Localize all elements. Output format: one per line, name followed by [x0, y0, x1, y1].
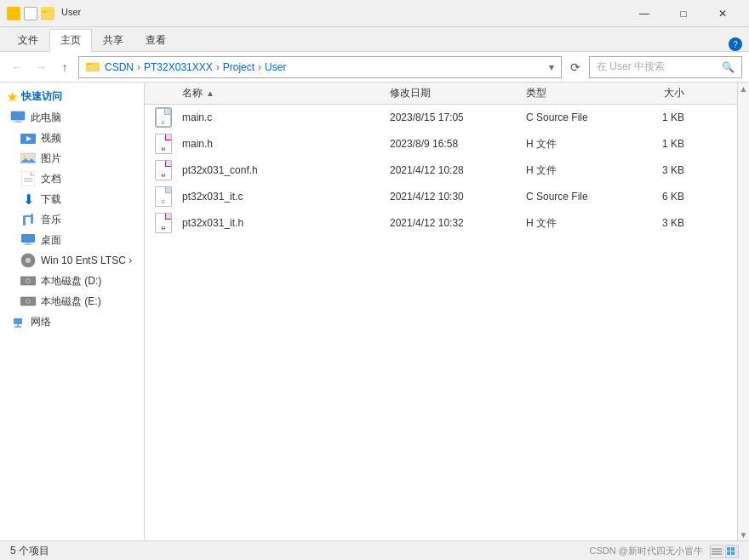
- forward-button[interactable]: →: [31, 57, 51, 77]
- svg-point-23: [26, 258, 31, 263]
- col-header-date[interactable]: 修改日期: [383, 86, 519, 100]
- sidebar-item-videos[interactable]: 视频: [0, 128, 144, 148]
- path-dropdown-icon[interactable]: ▾: [549, 61, 554, 73]
- disk-d-label: 本地磁盘 (D:): [41, 274, 101, 289]
- videos-label: 视频: [41, 131, 61, 146]
- star-icon: ★: [7, 90, 18, 104]
- sidebar-item-pictures[interactable]: 图片: [0, 148, 144, 169]
- help-button[interactable]: ?: [729, 37, 742, 51]
- svg-rect-3: [86, 63, 92, 65]
- pc-icon: [10, 110, 26, 125]
- svg-point-10: [23, 155, 26, 158]
- address-bar: ← → ↑ CSDN › PT32X031XXX › Project › Use…: [0, 52, 749, 83]
- svg-rect-21: [24, 244, 32, 245]
- videos-icon: [20, 130, 36, 146]
- ribbon-tabs: 文件 主页 共享 查看 ?: [7, 27, 742, 51]
- search-box[interactable]: 在 User 中搜索 🔍: [589, 56, 742, 78]
- address-path[interactable]: CSDN › PT32X031XXX › Project › User ▾: [78, 56, 562, 78]
- disk-e-icon: [20, 294, 36, 309]
- title-bar: User — □ ✕: [0, 0, 749, 27]
- back-button[interactable]: ←: [7, 57, 27, 77]
- sidebar: ★ 快速访问 此电脑 视频 图片: [0, 83, 145, 540]
- path-segment-project-folder: PT32X031XXX: [144, 61, 213, 73]
- win10-label: Win 10 EntS LTSC ›: [41, 254, 132, 266]
- svg-rect-1: [42, 11, 47, 13]
- table-row[interactable]: H main.h 2023/8/9 16:58 H 文件 1 KB: [145, 131, 737, 157]
- svg-rect-39: [731, 551, 735, 555]
- svg-rect-38: [727, 551, 730, 555]
- tab-home[interactable]: 主页: [49, 29, 92, 52]
- search-placeholder: 在 User 中搜索: [597, 60, 665, 74]
- detail-view-btn[interactable]: [725, 545, 739, 558]
- right-scrollbar[interactable]: ▲ ▼: [737, 83, 749, 540]
- tb-icon-1: [7, 7, 20, 20]
- table-row[interactable]: C main.c 2023/8/15 17:05 C Source File 1…: [145, 105, 737, 131]
- tab-file[interactable]: 文件: [7, 29, 49, 51]
- file-type-3: C Source File: [519, 191, 630, 203]
- sidebar-item-music[interactable]: 音乐: [0, 209, 144, 230]
- svg-rect-36: [727, 547, 730, 551]
- file-icon-1: H: [145, 134, 182, 154]
- path-segment-csdn: CSDN: [105, 61, 134, 73]
- sidebar-item-thispc[interactable]: 此电脑: [0, 107, 144, 128]
- pictures-label: 图片: [41, 151, 61, 166]
- svg-rect-5: [15, 120, 20, 122]
- table-row[interactable]: C pt32x031_it.c 2021/4/12 10:30 C Source…: [145, 184, 737, 210]
- documents-label: 文档: [41, 172, 61, 186]
- network-icon: [10, 314, 26, 329]
- ribbon: 文件 主页 共享 查看 ?: [0, 27, 749, 52]
- file-date-4: 2021/4/12 10:32: [383, 217, 519, 229]
- sidebar-quick-access-header[interactable]: ★ 快速访问: [0, 86, 144, 107]
- svg-rect-17: [31, 214, 33, 224]
- scroll-track: [738, 94, 749, 529]
- up-button[interactable]: ↑: [54, 57, 75, 77]
- sidebar-item-disk-e[interactable]: 本地磁盘 (E:): [0, 291, 144, 311]
- refresh-button[interactable]: ⟳: [565, 57, 586, 77]
- close-button[interactable]: ✕: [703, 0, 742, 27]
- maximize-button[interactable]: □: [664, 0, 703, 27]
- svg-point-29: [27, 300, 29, 302]
- sidebar-item-network[interactable]: 网络: [0, 311, 144, 332]
- sidebar-item-win10[interactable]: Win 10 EntS LTSC ›: [0, 250, 144, 271]
- scroll-down-btn[interactable]: ▼: [738, 529, 749, 540]
- pictures-icon: [20, 151, 36, 166]
- tb-icon-folder: [41, 7, 54, 20]
- file-name-1: main.h: [182, 138, 383, 150]
- view-controls: [710, 545, 739, 558]
- file-name-4: pt32x031_it.h: [182, 217, 383, 229]
- file-size-2: 3 KB: [630, 164, 698, 176]
- sidebar-item-disk-d[interactable]: 本地磁盘 (D:): [0, 271, 144, 291]
- music-icon: [20, 212, 36, 227]
- file-name-0: main.c: [182, 111, 383, 123]
- file-type-0: C Source File: [519, 111, 630, 123]
- col-header-name[interactable]: 名称 ▲: [145, 86, 383, 100]
- list-view-btn[interactable]: [710, 545, 723, 558]
- title-bar-icons: User: [7, 7, 81, 20]
- col-header-type[interactable]: 类型: [519, 86, 630, 100]
- col-header-size[interactable]: 大小: [630, 86, 698, 100]
- downloads-icon: ⬇: [20, 191, 36, 207]
- scroll-up-btn[interactable]: ▲: [738, 83, 749, 94]
- file-name-2: pt32x031_conf.h: [182, 164, 383, 176]
- svg-rect-19: [21, 234, 35, 243]
- item-count: 5 个项目: [10, 544, 49, 558]
- file-date-3: 2021/4/12 10:30: [383, 191, 519, 203]
- sort-arrow-icon: ▲: [206, 89, 214, 98]
- status-bar: 5 个项目 CSDN @新时代四无小冒牛: [0, 540, 749, 560]
- sidebar-item-desktop[interactable]: 桌面: [0, 230, 144, 250]
- thispc-label: 此电脑: [31, 111, 61, 125]
- desktop-icon: [20, 232, 36, 248]
- minimize-button[interactable]: —: [625, 0, 664, 27]
- file-size-4: 3 KB: [630, 217, 698, 229]
- table-row[interactable]: H pt32x031_it.h 2021/4/12 10:32 H 文件 3 K…: [145, 210, 737, 237]
- file-icon-2: H: [145, 160, 182, 180]
- tab-view[interactable]: 查看: [134, 29, 177, 51]
- sidebar-item-downloads[interactable]: ⬇ 下载: [0, 189, 144, 209]
- win10-icon: [20, 253, 36, 268]
- search-icon: 🔍: [722, 61, 735, 73]
- sidebar-item-documents[interactable]: 文档: [0, 169, 144, 189]
- file-type-4: H 文件: [519, 216, 630, 231]
- table-row[interactable]: H pt32x031_conf.h 2021/4/12 10:28 H 文件 3…: [145, 157, 737, 184]
- tab-share[interactable]: 共享: [92, 29, 134, 51]
- file-list: C main.c 2023/8/15 17:05 C Source File 1…: [145, 105, 737, 540]
